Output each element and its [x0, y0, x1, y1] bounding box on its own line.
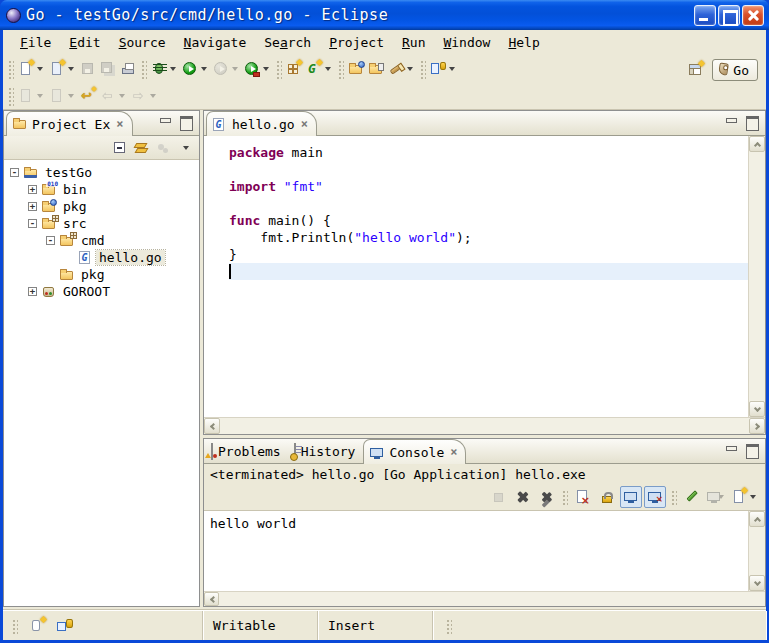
previous-annotation-icon: [49, 88, 65, 104]
view-menu-button[interactable]: [175, 138, 195, 158]
open-resource-button[interactable]: [366, 57, 386, 81]
tree-item-bin[interactable]: + 010 bin: [4, 181, 199, 198]
new-go-file-button[interactable]: G: [304, 57, 335, 81]
scroll-left-button[interactable]: [204, 418, 220, 434]
minimize-button[interactable]: [694, 5, 716, 26]
show-stderr-button[interactable]: ×: [644, 486, 666, 508]
close-view-icon[interactable]: ×: [450, 445, 457, 459]
tree-item-src[interactable]: - src: [4, 215, 199, 232]
code-editor-surface[interactable]: package main import "fmt" func main() { …: [204, 136, 748, 417]
remove-launch-button[interactable]: [511, 486, 533, 508]
tab-console[interactable]: Console ×: [363, 439, 466, 464]
maximize-view-button[interactable]: [178, 115, 195, 130]
minimize-editor-button[interactable]: [723, 115, 740, 130]
launch-config-button[interactable]: [428, 57, 459, 81]
tab-problems[interactable]: Problems: [206, 439, 289, 463]
close-view-icon[interactable]: ×: [116, 117, 123, 131]
scroll-down-button[interactable]: [749, 401, 765, 417]
collapse-all-button[interactable]: [109, 138, 129, 158]
tree-item-cmd[interactable]: - cmd: [4, 232, 199, 249]
open-console-button[interactable]: [729, 486, 759, 508]
tree-item-pkg[interactable]: + pkg: [4, 198, 199, 215]
scroll-up-button[interactable]: [749, 136, 765, 152]
tab-hello-go[interactable]: G hello.go ×: [206, 111, 317, 136]
remove-all-terminated-button[interactable]: [535, 486, 557, 508]
tree-item-testgo[interactable]: - testGo: [4, 164, 199, 181]
console-output-area[interactable]: hello world: [204, 510, 765, 591]
previous-annotation-button[interactable]: [47, 84, 78, 108]
new-go-package-button[interactable]: [284, 57, 304, 81]
explorer-tabstrip: Project Ex ×: [4, 111, 199, 136]
tab-history[interactable]: History: [289, 439, 364, 463]
menu-project[interactable]: Project: [320, 33, 393, 52]
save-button[interactable]: [78, 57, 98, 81]
expander-icon[interactable]: -: [10, 168, 19, 177]
profile-button[interactable]: [211, 57, 242, 81]
menu-source[interactable]: Source: [110, 33, 175, 52]
toolbar-grip: [670, 489, 677, 505]
close-button[interactable]: [742, 5, 764, 26]
close-editor-icon[interactable]: ×: [301, 117, 308, 131]
menu-search[interactable]: Search: [255, 33, 320, 52]
scroll-down-button[interactable]: [749, 575, 765, 591]
statusbar-trim: [3, 611, 203, 640]
new-wizard-button[interactable]: [16, 57, 47, 81]
run-button[interactable]: [180, 57, 211, 81]
pin-console-button[interactable]: [681, 486, 703, 508]
terminate-button[interactable]: [487, 486, 509, 508]
menu-help[interactable]: Help: [499, 33, 548, 52]
open-go-package-button[interactable]: [346, 57, 366, 81]
minimize-view-button[interactable]: [157, 115, 174, 130]
maximize-view-button[interactable]: [744, 443, 761, 458]
open-perspective-button[interactable]: [686, 58, 706, 82]
scroll-right-button[interactable]: [749, 418, 765, 434]
expander-icon[interactable]: +: [28, 185, 37, 194]
tree-item-pkg-src[interactable]: pkg: [4, 266, 199, 283]
link-with-editor-button[interactable]: [131, 138, 151, 158]
run-external-tools-button[interactable]: [242, 57, 273, 81]
scroll-lock-button[interactable]: [596, 486, 618, 508]
go-perspective-button[interactable]: Go: [712, 59, 758, 81]
show-stdout-button[interactable]: [620, 486, 642, 508]
expander-icon[interactable]: +: [28, 202, 37, 211]
source-folder-icon: [41, 216, 57, 232]
menu-navigate[interactable]: Navigate: [175, 33, 256, 52]
scroll-left-button[interactable]: [204, 592, 219, 606]
remove-all-icon: [539, 490, 554, 505]
display-console-button[interactable]: [705, 486, 727, 508]
expander-icon[interactable]: +: [28, 287, 37, 296]
clear-console-button[interactable]: [572, 486, 594, 508]
expander-icon[interactable]: -: [46, 236, 55, 245]
last-edit-location-button[interactable]: ↩: [78, 84, 98, 108]
search-button[interactable]: [386, 57, 417, 81]
scroll-up-button[interactable]: [749, 511, 765, 527]
focus-task-button[interactable]: [153, 138, 173, 158]
print-button[interactable]: [118, 57, 138, 81]
new-go-element-button[interactable]: [47, 57, 78, 81]
forward-button[interactable]: ⇨: [129, 84, 160, 108]
menu-run[interactable]: Run: [393, 33, 434, 52]
main-toolbar: G ↩ ⇦ ⇨ Go: [3, 54, 766, 110]
maximize-editor-button[interactable]: [744, 115, 761, 130]
expander-icon[interactable]: -: [28, 219, 37, 228]
link-with-editor-icon: [135, 143, 147, 153]
maximize-button[interactable]: [718, 5, 740, 26]
launch-view-icon[interactable]: [56, 618, 74, 634]
tree-item-goroot[interactable]: + GOROOT: [4, 283, 199, 300]
minimize-view-button[interactable]: [723, 443, 740, 458]
text-caret: [229, 264, 231, 279]
save-all-button[interactable]: [98, 57, 118, 81]
menu-window[interactable]: Window: [434, 33, 499, 52]
editor-horizontal-scrollbar[interactable]: [204, 417, 765, 434]
tab-project-explorer[interactable]: Project Ex ×: [6, 111, 133, 136]
console-horizontal-scrollbar[interactable]: [204, 591, 765, 606]
menu-file[interactable]: File: [11, 33, 60, 52]
debug-button[interactable]: [149, 57, 180, 81]
fast-view-icon[interactable]: [30, 618, 46, 634]
tree-item-hello-go[interactable]: G hello.go: [4, 249, 199, 266]
back-button[interactable]: ⇦: [98, 84, 129, 108]
next-annotation-button[interactable]: [16, 84, 47, 108]
console-vertical-scrollbar[interactable]: [748, 511, 765, 591]
editor-vertical-scrollbar[interactable]: [748, 136, 765, 417]
menu-edit[interactable]: Edit: [60, 33, 109, 52]
